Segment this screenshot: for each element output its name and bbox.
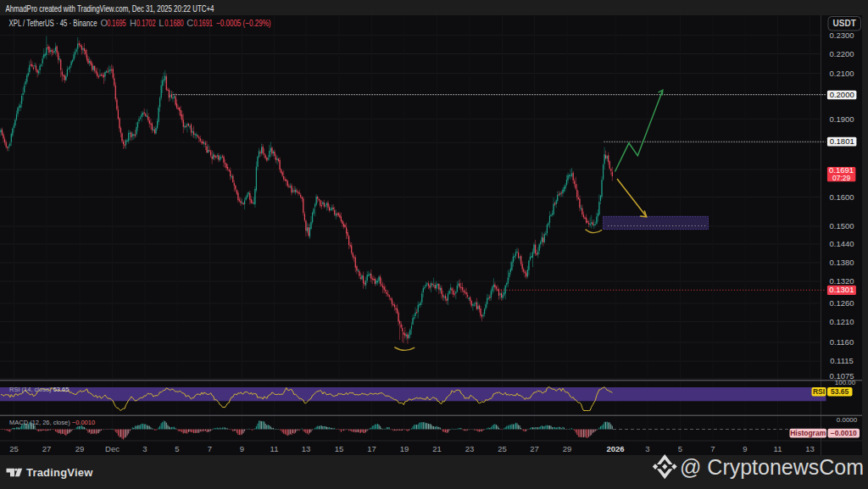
svg-text:25: 25 — [9, 444, 19, 453]
svg-text:@ CryptonewsCom: @ CryptonewsCom — [680, 455, 864, 479]
svg-text:0.1600: 0.1600 — [829, 192, 854, 202]
svg-text:19: 19 — [400, 444, 409, 453]
svg-text:Dec: Dec — [105, 444, 120, 453]
svg-text:0.1702: 0.1702 — [136, 18, 156, 28]
svg-text:100.00: 100.00 — [835, 379, 856, 386]
svg-text:29: 29 — [75, 444, 85, 453]
svg-text:0.1680: 0.1680 — [164, 18, 184, 28]
svg-text:C: C — [186, 18, 193, 28]
svg-text:0.2200: 0.2200 — [829, 49, 854, 58]
svg-text:0.2100: 0.2100 — [829, 69, 854, 78]
svg-text:0.1301: 0.1301 — [829, 285, 854, 294]
svg-text:11: 11 — [774, 444, 782, 453]
svg-text:0.1900: 0.1900 — [829, 114, 854, 124]
svg-text:0.1691: 0.1691 — [193, 18, 213, 28]
svg-text:0.1160: 0.1160 — [830, 337, 854, 347]
svg-text:USDT: USDT — [833, 19, 856, 28]
svg-text:7: 7 — [208, 444, 212, 453]
svg-text:L: L — [159, 18, 164, 28]
svg-text:0.2300: 0.2300 — [829, 31, 854, 40]
svg-text:−0.0010: −0.0010 — [831, 429, 857, 437]
svg-text:AhmadPro created with TradingV: AhmadPro created with TradingView.com, D… — [6, 3, 214, 14]
svg-text:25: 25 — [498, 444, 507, 453]
svg-text:0.2000: 0.2000 — [830, 90, 854, 99]
svg-text:0.1210: 0.1210 — [829, 317, 854, 326]
svg-text:TradingView: TradingView — [26, 466, 93, 479]
svg-text:XPL / TetherUS · 45 · Binance: XPL / TetherUS · 45 · Binance — [9, 18, 97, 28]
svg-text:7: 7 — [710, 444, 715, 453]
svg-text:RSI: RSI — [813, 387, 825, 396]
svg-text:53.65: 53.65 — [831, 387, 849, 396]
svg-text:5: 5 — [175, 444, 179, 453]
svg-text:0.1260: 0.1260 — [829, 298, 854, 308]
svg-text:0.0000: 0.0000 — [837, 416, 858, 424]
svg-text:17: 17 — [367, 444, 376, 453]
svg-text:9: 9 — [743, 444, 747, 453]
svg-text:0.1695: 0.1695 — [107, 18, 126, 28]
svg-text:13: 13 — [805, 444, 815, 453]
svg-text:29: 29 — [563, 444, 572, 453]
svg-text:0.1115: 0.1115 — [830, 356, 854, 365]
svg-text:3: 3 — [645, 444, 649, 453]
svg-text:RSI (14, close) 53.65: RSI (14, close) 53.65 — [9, 386, 69, 393]
svg-text:21: 21 — [432, 444, 442, 453]
svg-text:07:29: 07:29 — [832, 174, 851, 182]
svg-text:0.1500: 0.1500 — [829, 221, 854, 231]
svg-text:2026: 2026 — [606, 444, 624, 453]
svg-text:−0.0005 (−0.29%): −0.0005 (−0.29%) — [216, 18, 271, 28]
svg-text:27: 27 — [42, 444, 52, 453]
svg-text:H: H — [130, 18, 136, 28]
svg-text:9: 9 — [240, 444, 244, 453]
svg-text:0.1440: 0.1440 — [829, 239, 854, 248]
svg-text:Histogram: Histogram — [790, 429, 826, 437]
svg-text:23: 23 — [465, 444, 475, 453]
svg-text:0.1801: 0.1801 — [830, 136, 854, 146]
svg-text:27: 27 — [530, 444, 539, 453]
svg-text:0.1380: 0.1380 — [829, 258, 854, 267]
svg-text:13: 13 — [302, 444, 311, 453]
svg-text:11: 11 — [270, 444, 279, 453]
svg-text:5: 5 — [678, 444, 682, 453]
svg-text:15: 15 — [335, 444, 344, 453]
svg-text:3: 3 — [142, 444, 147, 453]
svg-text:MACD (12, 26, close) −0.0010: MACD (12, 26, close) −0.0010 — [9, 419, 95, 426]
